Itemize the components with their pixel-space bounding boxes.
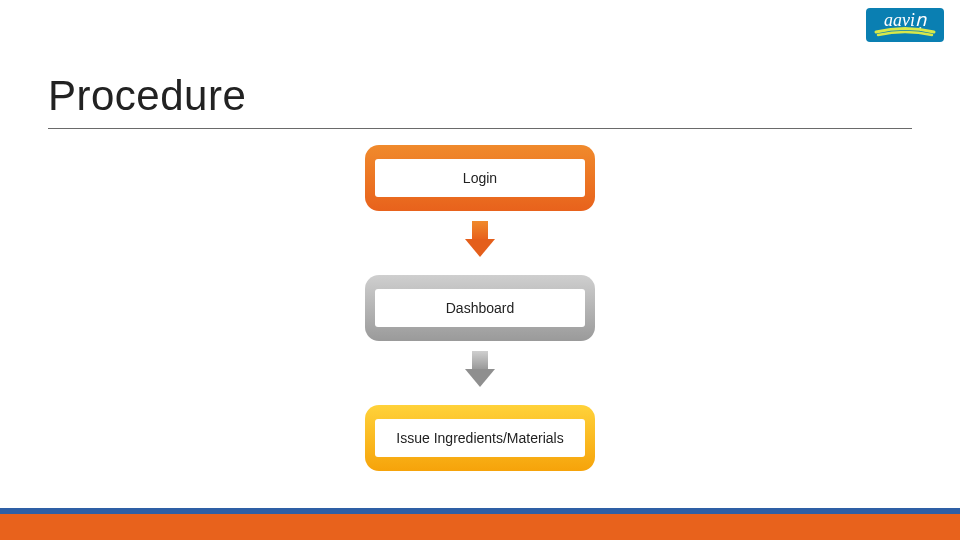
arrow-down-icon <box>465 369 495 387</box>
footer-accent-thick <box>0 514 960 540</box>
brand-logo: aaviṇ <box>866 8 944 42</box>
flow-step-dashboard: Dashboard <box>365 275 595 341</box>
flow-step-issue: Issue Ingredients/Materials <box>365 405 595 471</box>
title-underline <box>48 128 912 129</box>
flow-step-login: Login <box>365 145 595 211</box>
flow-arrow-1 <box>465 221 495 261</box>
page-title: Procedure <box>48 72 246 120</box>
arrow-shaft <box>472 221 488 239</box>
flow-arrow-2 <box>465 351 495 391</box>
flow-step-label: Issue Ingredients/Materials <box>375 419 585 457</box>
flow-diagram: Login Dashboard Issue Ingredients/Materi… <box>0 145 960 471</box>
footer-bars <box>0 506 960 540</box>
flow-step-label: Dashboard <box>375 289 585 327</box>
arrow-shaft <box>472 351 488 369</box>
slide: aaviṇ Procedure Login Dashboard Issue In… <box>0 0 960 540</box>
arrow-down-icon <box>465 239 495 257</box>
flow-step-label: Login <box>375 159 585 197</box>
